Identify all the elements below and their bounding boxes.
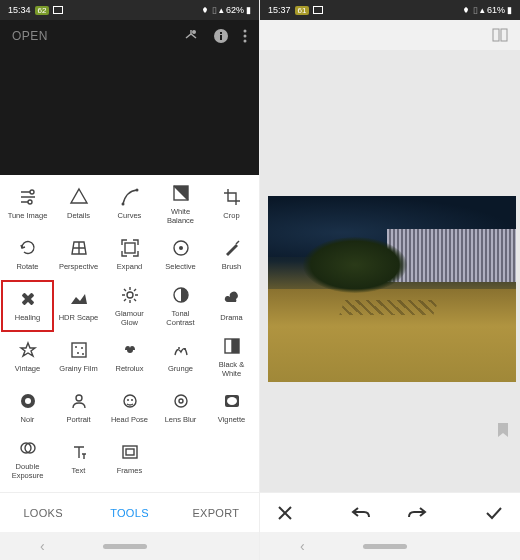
noir-icon [18,391,38,411]
edited-photo[interactable] [268,196,516,382]
undo-icon[interactable] [351,505,371,521]
tonal-contrast-icon [171,285,191,305]
tool-lens-blur[interactable]: Lens Blur [155,383,206,433]
svg-point-32 [127,399,129,401]
crop-icon [222,187,242,207]
tool-details[interactable]: Details [53,179,104,229]
svg-point-4 [244,30,247,33]
healing-icon [18,289,38,309]
redo-icon[interactable] [407,505,427,521]
tool-label: Glamour Glow [107,310,153,327]
tool-label: Tonal Contrast [158,310,204,327]
tool-grunge[interactable]: Grunge [155,332,206,382]
svg-point-21 [81,347,83,349]
perspective-icon [69,238,89,258]
tool-label: Vignette [218,416,245,425]
compare-icon[interactable] [492,27,508,43]
grainy-film-icon [69,340,89,360]
tool-label: Noir [21,416,35,425]
svg-point-33 [131,399,133,401]
tool-hdr-scape[interactable]: HDR Scape [53,281,104,331]
tool-white-balance[interactable]: White Balance [155,179,206,229]
tool-drama[interactable]: Drama [206,281,257,331]
svg-point-7 [30,190,34,194]
tool-portrait[interactable]: Portrait [53,383,104,433]
svg-rect-19 [72,343,86,357]
nav-home-pill[interactable] [363,544,407,549]
tool-double-exposure[interactable]: Double Exposure [2,434,53,484]
tool-label: Text [72,467,86,476]
tool-brush[interactable]: Brush [206,230,257,280]
svg-rect-27 [232,339,239,353]
tool-glamour-glow[interactable]: Glamour Glow [104,281,155,331]
apply-icon[interactable] [484,505,504,521]
open-button[interactable]: OPEN [12,29,48,43]
tool-curves[interactable]: Curves [104,179,155,229]
tool-label: Black & White [209,361,255,378]
tool-tune-image[interactable]: Tune Image [2,179,53,229]
svg-point-0 [192,30,196,34]
text-icon [69,442,89,462]
retrolux-icon [120,340,140,360]
tool-label: Brush [222,263,242,272]
tool-selective[interactable]: Selective [155,230,206,280]
lens-blur-icon [171,391,191,411]
svg-rect-40 [123,446,137,458]
brush-icon [222,238,242,258]
tab-looks[interactable]: LOOKS [0,493,86,532]
nav-back-icon[interactable]: ‹ [40,538,45,554]
tool-label: Portrait [66,416,90,425]
info-icon[interactable] [213,28,229,44]
svg-rect-43 [501,29,507,41]
tool-vignette[interactable]: Vignette [206,383,257,433]
layers-icon[interactable] [183,28,199,44]
tool-label: Lens Blur [165,416,197,425]
editor-top-bar [260,20,520,50]
tool-vintage[interactable]: Vintage [2,332,53,382]
tool-label: Drama [220,314,243,323]
nav-home-pill[interactable] [103,544,147,549]
bookmark-icon[interactable] [496,422,510,438]
signal-icon: ▴ [219,5,224,15]
tool-expand[interactable]: Expand [104,230,155,280]
black-white-icon [222,336,242,356]
double-exposure-icon [18,438,38,458]
tool-tonal-contrast[interactable]: Tonal Contrast [155,281,206,331]
frames-icon [120,442,140,462]
image-preview-area: OPEN [0,20,259,175]
tool-label: Selective [165,263,195,272]
svg-point-30 [76,395,82,401]
tool-rotate[interactable]: Rotate [2,230,53,280]
nav-back-icon[interactable]: ‹ [300,538,305,554]
tool-perspective[interactable]: Perspective [53,230,104,280]
tool-retrolux[interactable]: Retrolux [104,332,155,382]
svg-point-34 [175,395,187,407]
details-icon [69,187,89,207]
battery-icon: ▮ [507,5,512,15]
gallery-icon [313,6,323,14]
tool-frames[interactable]: Frames [104,434,155,484]
tool-label: Vintage [15,365,40,374]
svg-point-5 [244,35,247,38]
tab-export[interactable]: EXPORT [173,493,259,532]
tool-label: Double Exposure [5,463,51,480]
tune-image-icon [18,187,38,207]
tool-text[interactable]: Text [53,434,104,484]
tool-crop[interactable]: Crop [206,179,257,229]
close-icon[interactable] [276,504,294,522]
head-pose-icon [120,391,140,411]
tool-noir[interactable]: Noir [2,383,53,433]
expand-icon [120,238,140,258]
tool-label: Head Pose [111,416,148,425]
editor-action-bar [260,492,520,532]
more-icon[interactable] [243,28,247,44]
tool-label: Details [67,212,90,221]
glamour-glow-icon [120,285,140,305]
tool-black-white[interactable]: Black & White [206,332,257,382]
tool-healing[interactable]: Healing [2,281,53,331]
tool-label: HDR Scape [59,314,99,323]
tool-head-pose[interactable]: Head Pose [104,383,155,433]
svg-rect-3 [220,32,222,34]
tab-tools[interactable]: TOOLS [86,493,172,532]
tool-grainy-film[interactable]: Grainy Film [53,332,104,382]
